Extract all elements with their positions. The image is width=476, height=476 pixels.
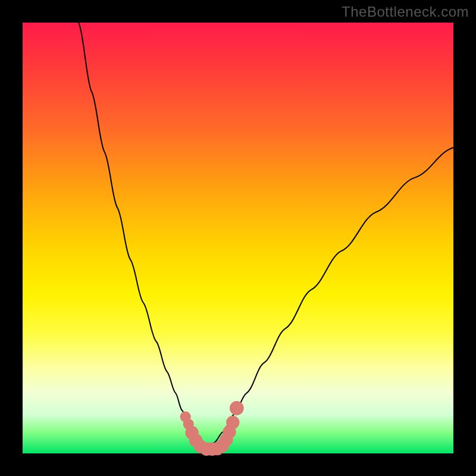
curve-left-branch <box>79 23 206 448</box>
highlight-dot <box>226 416 239 429</box>
watermark-text: TheBottleneck.com <box>342 4 469 20</box>
highlight-dots-group <box>180 401 244 456</box>
plot-area <box>23 23 453 453</box>
chart-svg <box>23 23 453 453</box>
curve-right-branch <box>206 148 453 448</box>
chart-frame: TheBottleneck.com <box>0 0 476 476</box>
highlight-dot <box>230 401 244 415</box>
